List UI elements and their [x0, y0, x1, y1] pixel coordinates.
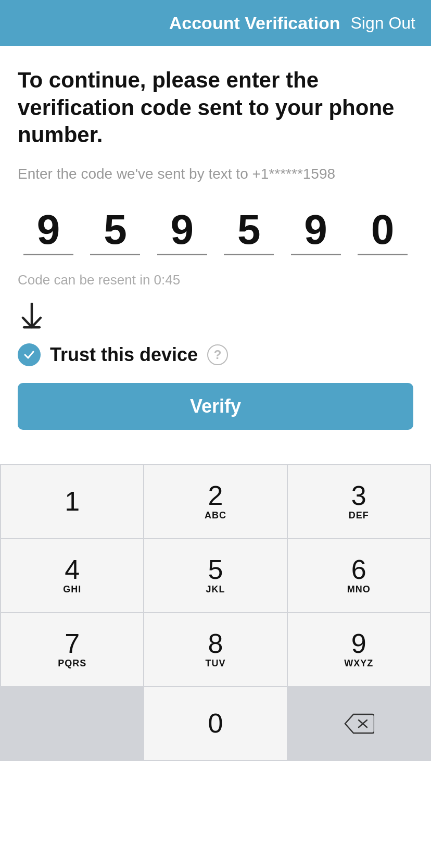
- page-headline: To continue, please enter the verificati…: [18, 67, 413, 149]
- sign-out-button[interactable]: Sign Out: [350, 14, 415, 33]
- key-9-number: 9: [351, 630, 366, 657]
- digit-box-2: 5: [86, 209, 144, 255]
- digit-3[interactable]: 9: [171, 209, 194, 251]
- key-3-number: 3: [351, 482, 366, 509]
- key-7-number: 7: [65, 630, 80, 657]
- key-0[interactable]: 0: [144, 687, 286, 760]
- key-9[interactable]: 9 WXYZ: [288, 613, 430, 686]
- key-0-number: 0: [208, 710, 223, 737]
- trust-device-label: Trust this device: [50, 344, 198, 366]
- key-8[interactable]: 8 TUV: [144, 613, 286, 686]
- key-1-number: 1: [65, 488, 80, 515]
- key-7[interactable]: 7 PQRS: [1, 613, 143, 686]
- key-5-letters: JKL: [206, 584, 225, 595]
- key-4-number: 4: [65, 556, 80, 583]
- digit-underline-4: [224, 254, 274, 255]
- digit-5[interactable]: 9: [304, 209, 327, 251]
- key-2[interactable]: 2 ABC: [144, 465, 286, 538]
- key-6-number: 6: [351, 556, 366, 583]
- key-8-number: 8: [208, 630, 223, 657]
- checkmark-icon: [22, 348, 36, 362]
- key-6-letters: MNO: [347, 584, 371, 595]
- key-2-letters: ABC: [205, 510, 226, 521]
- arrow-down-icon: [18, 303, 413, 343]
- svg-rect-0: [23, 326, 41, 329]
- digit-box-3: 9: [154, 209, 211, 255]
- digit-underline-3: [157, 254, 207, 255]
- code-input-row: 9 5 9 5 9 0: [18, 209, 413, 255]
- key-4[interactable]: 4 GHI: [1, 539, 143, 612]
- trust-device-row[interactable]: Trust this device ?: [18, 343, 413, 366]
- digit-2[interactable]: 5: [104, 209, 127, 251]
- numeric-keypad: 1 2 ABC 3 DEF 4 GHI 5 JKL 6 MNO 7 PQRS 8…: [0, 464, 431, 761]
- delete-icon: [343, 712, 374, 735]
- digit-1[interactable]: 9: [37, 209, 60, 251]
- key-7-letters: PQRS: [58, 658, 86, 669]
- digit-box-6: 0: [354, 209, 411, 255]
- key-2-number: 2: [208, 482, 223, 509]
- subtext: Enter the code we've sent by text to +1*…: [18, 164, 413, 184]
- resend-timer: Code can be resent in 0:45: [18, 272, 413, 288]
- key-6[interactable]: 6 MNO: [288, 539, 430, 612]
- key-9-letters: WXYZ: [344, 658, 373, 669]
- key-4-letters: GHI: [63, 584, 81, 595]
- key-3[interactable]: 3 DEF: [288, 465, 430, 538]
- digit-underline-5: [291, 254, 341, 255]
- app-header: Account Verification Sign Out: [0, 0, 431, 46]
- header-title: Account Verification: [169, 13, 340, 33]
- digit-box-1: 9: [20, 209, 77, 255]
- digit-4[interactable]: 5: [237, 209, 261, 251]
- key-1[interactable]: 1: [1, 465, 143, 538]
- digit-box-5: 9: [287, 209, 345, 255]
- digit-underline-6: [358, 254, 408, 255]
- trust-device-checkbox[interactable]: [18, 343, 41, 366]
- key-empty: [1, 687, 143, 760]
- digit-box-4: 5: [220, 209, 277, 255]
- main-content: To continue, please enter the verificati…: [0, 46, 431, 445]
- key-3-letters: DEF: [349, 510, 369, 521]
- key-delete[interactable]: [288, 687, 430, 760]
- key-8-letters: TUV: [205, 658, 225, 669]
- digit-underline-2: [90, 254, 140, 255]
- key-5-number: 5: [208, 556, 223, 583]
- help-icon[interactable]: ?: [207, 344, 228, 365]
- key-5[interactable]: 5 JKL: [144, 539, 286, 612]
- verify-button[interactable]: Verify: [18, 383, 413, 430]
- digit-6[interactable]: 0: [371, 209, 395, 251]
- digit-underline-1: [23, 254, 73, 255]
